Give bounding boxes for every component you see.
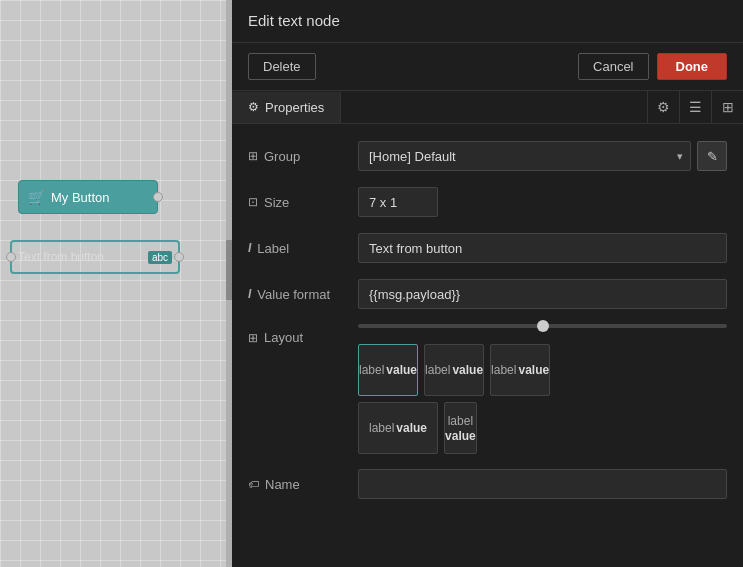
node-text-label: Text from button xyxy=(18,250,104,264)
panel-body: ⊞ Group [Home] Default ✎ ⊡ Size I xyxy=(232,124,743,567)
group-select-wrapper: [Home] Default xyxy=(358,141,691,171)
done-button[interactable]: Done xyxy=(657,53,728,80)
layout-option-5[interactable]: label value xyxy=(444,402,477,454)
group-edit-button[interactable]: ✎ xyxy=(697,141,727,171)
delete-button[interactable]: Delete xyxy=(248,53,316,80)
tab-properties-label: Properties xyxy=(265,100,324,115)
tab-properties[interactable]: ⚙ Properties xyxy=(232,92,341,123)
layout-options-row2: label value label value xyxy=(358,402,727,454)
tab-page-icon[interactable]: ☰ xyxy=(679,91,711,123)
node-button-label: My Button xyxy=(51,190,110,205)
canvas-scrollbar-thumb[interactable] xyxy=(226,240,232,300)
layout-option-1[interactable]: label value xyxy=(358,344,418,396)
tag-icon: 🏷 xyxy=(248,478,259,490)
panel-header: Edit text node xyxy=(232,0,743,43)
cancel-button[interactable]: Cancel xyxy=(578,53,648,80)
node-text-port-right xyxy=(174,252,184,262)
size-icon: ⊡ xyxy=(248,195,258,209)
size-input[interactable] xyxy=(358,187,438,217)
form-row-layout: ⊞ Layout label value label xyxy=(248,324,727,454)
form-row-size: ⊡ Size xyxy=(248,186,727,218)
layout-label: ⊞ Layout xyxy=(248,324,358,345)
node-text[interactable]: Text from button abc xyxy=(10,240,180,274)
node-button-port-right xyxy=(153,192,163,202)
value-format-label: I Value format xyxy=(248,287,358,302)
canvas-area: 🛒 My Button Text from button abc xyxy=(0,0,232,567)
name-input[interactable] xyxy=(358,469,727,499)
value-format-control xyxy=(358,279,727,309)
group-label: ⊞ Group xyxy=(248,149,358,164)
form-row-label: I Label xyxy=(248,232,727,264)
layout-slider-thumb[interactable] xyxy=(537,320,549,332)
layout-icon: ⊞ xyxy=(248,331,258,345)
name-label: 🏷 Name xyxy=(248,477,358,492)
label-input[interactable] xyxy=(358,233,727,263)
tab-settings-icon[interactable]: ⚙ xyxy=(647,91,679,123)
layout-option-3[interactable]: label value xyxy=(490,344,550,396)
node-text-port-left xyxy=(6,252,16,262)
tab-resize-icon[interactable]: ⊞ xyxy=(711,91,743,123)
form-row-name: 🏷 Name xyxy=(248,468,727,500)
layout-option-2[interactable]: label value xyxy=(424,344,484,396)
layout-control: label value label value label value xyxy=(358,324,727,454)
group-select[interactable]: [Home] Default xyxy=(358,141,691,171)
value-format-icon: I xyxy=(248,287,251,301)
properties-tab-icon: ⚙ xyxy=(248,100,259,114)
layout-option-4[interactable]: label value xyxy=(358,402,438,454)
panel-title: Edit text node xyxy=(248,12,340,29)
node-text-badge: abc xyxy=(148,251,172,264)
edit-panel: Edit text node Delete Cancel Done ⚙ Prop… xyxy=(232,0,743,567)
form-row-group: ⊞ Group [Home] Default ✎ xyxy=(248,140,727,172)
node-button[interactable]: 🛒 My Button xyxy=(18,180,158,214)
group-control: [Home] Default ✎ xyxy=(358,141,727,171)
cart-icon: 🛒 xyxy=(27,188,45,206)
value-format-input[interactable] xyxy=(358,279,727,309)
form-row-value-format: I Value format xyxy=(248,278,727,310)
size-label: ⊡ Size xyxy=(248,195,358,210)
label-control xyxy=(358,233,727,263)
size-control xyxy=(358,187,727,217)
name-control xyxy=(358,469,727,499)
grid-icon: ⊞ xyxy=(248,149,258,163)
label-cursor-icon: I xyxy=(248,241,251,255)
panel-tabs: ⚙ Properties ⚙ ☰ ⊞ xyxy=(232,91,743,124)
canvas-scrollbar[interactable] xyxy=(226,0,232,567)
panel-actions: Delete Cancel Done xyxy=(232,43,743,91)
label-label: I Label xyxy=(248,241,358,256)
layout-options-row1: label value label value label value xyxy=(358,344,727,396)
